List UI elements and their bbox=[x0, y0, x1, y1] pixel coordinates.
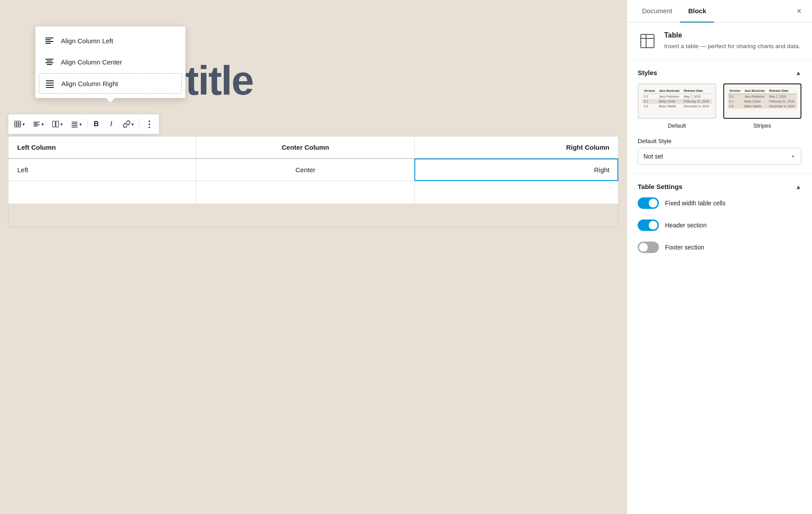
style-options: VersionJazz MusicianRelease Date 5.2Jaco… bbox=[638, 83, 801, 129]
svg-rect-21 bbox=[53, 121, 55, 127]
footer-section-toggle[interactable] bbox=[638, 242, 659, 253]
style-label-default: Default bbox=[638, 122, 716, 129]
style-label-stripes: Stripes bbox=[723, 122, 802, 129]
styles-collapse-button[interactable]: ▲ bbox=[795, 69, 801, 76]
align-column-button[interactable]: ▾ bbox=[67, 116, 85, 132]
link-chevron: ▾ bbox=[132, 122, 134, 127]
cell-center[interactable]: Center bbox=[196, 159, 414, 181]
default-style-select[interactable]: Not set Default Stripes bbox=[638, 148, 801, 165]
col-left-header[interactable]: Left Column bbox=[8, 136, 196, 159]
cell-left[interactable]: Left bbox=[8, 159, 196, 181]
table-block-icon bbox=[638, 31, 657, 51]
cell-empty-1-1[interactable] bbox=[8, 181, 196, 204]
svg-rect-8 bbox=[46, 80, 54, 81]
align-left-chevron: ▾ bbox=[41, 122, 44, 127]
default-style-label: Default Style bbox=[638, 138, 801, 144]
table-icon-button[interactable]: ▾ bbox=[10, 116, 28, 132]
svg-rect-11 bbox=[46, 87, 54, 88]
header-section-toggle[interactable] bbox=[638, 219, 659, 231]
table-header-row: Left Column Center Column Right Column bbox=[8, 136, 618, 159]
svg-rect-26 bbox=[71, 127, 78, 128]
align-column-left-item[interactable]: Align Column Left bbox=[35, 30, 185, 51]
header-section-toggle-thumb bbox=[649, 221, 658, 230]
svg-rect-27 bbox=[641, 34, 654, 48]
table-settings-collapse-button[interactable]: ▲ bbox=[795, 183, 801, 190]
footer-section-toggle-thumb bbox=[639, 243, 648, 252]
table-settings-section: Table Settings ▲ Fixed width table cells… bbox=[627, 174, 812, 272]
svg-rect-23 bbox=[71, 122, 78, 123]
styles-section: Styles ▲ VersionJazz MusicianRelease Dat… bbox=[627, 60, 812, 174]
toolbar-separator-2 bbox=[139, 119, 139, 129]
tab-block[interactable]: Block bbox=[680, 0, 714, 23]
styles-header: Styles ▲ bbox=[638, 69, 801, 76]
svg-rect-10 bbox=[46, 85, 54, 86]
svg-rect-9 bbox=[46, 83, 54, 83]
data-table: Left Column Center Column Right Column L… bbox=[8, 136, 618, 227]
sidebar-tabs: Document Block × bbox=[627, 0, 812, 23]
fixed-width-label: Fixed width table cells bbox=[665, 200, 726, 207]
svg-rect-24 bbox=[71, 124, 78, 125]
cell-footer-1[interactable] bbox=[8, 204, 196, 227]
cell-empty-1-2[interactable] bbox=[196, 181, 414, 204]
fixed-width-toggle[interactable] bbox=[638, 197, 659, 209]
block-toolbar: ▾ ▾ ▾ bbox=[8, 114, 159, 134]
default-style-row: Default Style Not set Default Stripes bbox=[638, 138, 801, 165]
style-option-stripes[interactable]: VersionJazz MusicianRelease Date 5.2Jaco… bbox=[723, 83, 802, 129]
editor-area: Align Column Left Align Column Center bbox=[0, 0, 627, 514]
align-col-chevron: ▾ bbox=[79, 122, 82, 127]
style-preview-default: VersionJazz MusicianRelease Date 5.2Jaco… bbox=[638, 83, 716, 119]
align-center-menu-icon bbox=[44, 57, 55, 67]
bold-button[interactable]: B bbox=[89, 116, 103, 132]
insert-column-button[interactable]: ▾ bbox=[48, 116, 66, 132]
cell-footer-3[interactable] bbox=[414, 204, 618, 227]
block-description: Insert a table — perfect for sharing cha… bbox=[664, 42, 800, 51]
tab-document[interactable]: Document bbox=[634, 0, 680, 23]
align-column-center-label: Align Column Center bbox=[61, 58, 122, 66]
svg-rect-22 bbox=[56, 121, 59, 127]
align-left-button[interactable]: ▾ bbox=[29, 116, 47, 132]
table-container: Left Column Center Column Right Column L… bbox=[8, 136, 619, 227]
table-chevron: ▾ bbox=[23, 122, 25, 127]
block-name: Table bbox=[664, 31, 800, 39]
style-preview-stripes: VersionJazz MusicianRelease Date 5.2Jaco… bbox=[723, 83, 802, 119]
table-row-empty-1 bbox=[8, 181, 618, 204]
page-title: title bbox=[185, 57, 253, 104]
cell-footer-2[interactable] bbox=[196, 204, 414, 227]
align-left-menu-icon bbox=[44, 35, 55, 46]
block-info: Table Insert a table — perfect for shari… bbox=[638, 31, 801, 51]
align-right-menu-icon bbox=[45, 78, 55, 89]
col-right-header[interactable]: Right Column bbox=[414, 136, 618, 159]
column-align-dropdown: Align Column Left Align Column Center bbox=[35, 26, 185, 98]
sidebar: Document Block × Table Insert a table — … bbox=[627, 0, 812, 514]
link-button[interactable]: ▾ bbox=[119, 116, 137, 132]
fixed-width-toggle-row: Fixed width table cells bbox=[638, 197, 801, 209]
align-column-center-item[interactable]: Align Column Center bbox=[35, 51, 185, 72]
table-footer-row bbox=[8, 204, 618, 227]
footer-section-toggle-row: Footer section bbox=[638, 242, 801, 253]
footer-section-label: Footer section bbox=[665, 244, 704, 251]
fixed-width-toggle-thumb bbox=[649, 199, 658, 208]
more-options-button[interactable]: ⋮ bbox=[141, 116, 157, 132]
cell-empty-1-3[interactable] bbox=[414, 181, 618, 204]
toolbar-separator-1 bbox=[87, 119, 87, 129]
table-row: Left Center Right bbox=[8, 159, 618, 181]
styles-title: Styles bbox=[638, 69, 657, 76]
insert-col-chevron: ▾ bbox=[60, 122, 63, 127]
block-text: Table Insert a table — perfect for shari… bbox=[664, 31, 800, 51]
svg-rect-12 bbox=[15, 121, 21, 127]
cell-right[interactable]: Right bbox=[414, 159, 618, 181]
align-column-right-item[interactable]: Align Column Right bbox=[39, 73, 182, 94]
table-settings-header: Table Settings ▲ bbox=[638, 183, 801, 190]
block-info-section: Table Insert a table — perfect for shari… bbox=[627, 23, 812, 60]
align-column-left-label: Align Column Left bbox=[61, 37, 113, 45]
header-section-label: Header section bbox=[665, 222, 707, 229]
header-section-toggle-row: Header section bbox=[638, 219, 801, 231]
align-column-right-label: Align Column Right bbox=[61, 80, 118, 87]
style-option-default[interactable]: VersionJazz MusicianRelease Date 5.2Jaco… bbox=[638, 83, 716, 129]
table-settings-title: Table Settings bbox=[638, 183, 682, 190]
svg-rect-25 bbox=[71, 125, 78, 126]
italic-button[interactable]: I bbox=[104, 116, 118, 132]
close-button[interactable]: × bbox=[793, 4, 805, 19]
col-center-header[interactable]: Center Column bbox=[196, 136, 414, 159]
